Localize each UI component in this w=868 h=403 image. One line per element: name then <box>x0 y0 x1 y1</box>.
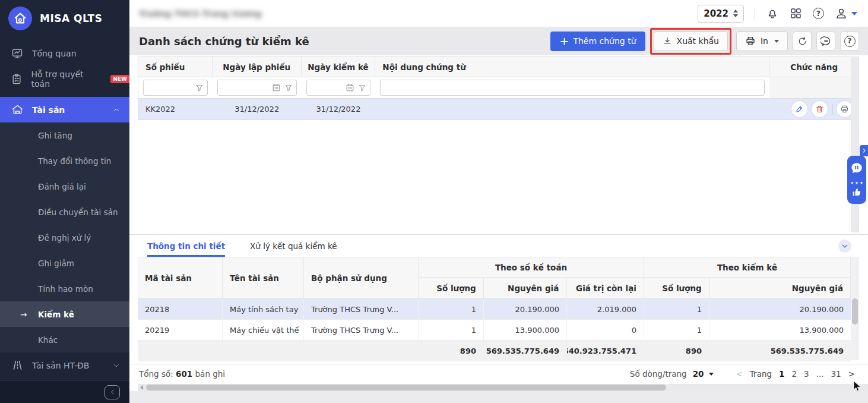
asset-row[interactable]: 20219 Máy chiếu vật thể Trường THCS Trưn… <box>138 320 851 341</box>
detail-table: Mã tài sản Tên tài sản Bộ phận sử dụng T… <box>138 257 851 361</box>
submenu-item-danh-gia-lai[interactable]: Đánh giá lại <box>0 174 129 199</box>
support-widget-panel <box>847 156 866 204</box>
rating-thumbs-up-icon[interactable] <box>850 177 863 198</box>
cell-bo-phan: Trường THCS Trưng V... <box>304 299 419 319</box>
collapse-sidebar-button[interactable] <box>104 385 120 399</box>
cell-so-luong-kt: 1 <box>419 320 484 340</box>
cell-so-luong-kk: 1 <box>644 299 709 319</box>
print-row-button[interactable] <box>837 101 853 117</box>
export-button[interactable]: Xuất khẩu <box>654 32 728 51</box>
sidebar-item-tong-quan[interactable]: Tổng quan <box>0 40 129 66</box>
sidebar-item-tai-san[interactable]: Tài sản <box>0 97 129 122</box>
submenu-item-tinh-hao-mon[interactable]: Tính hao mòn <box>0 276 129 301</box>
help-button[interactable] <box>840 32 859 51</box>
download-icon <box>663 36 672 46</box>
apps-grid-icon[interactable] <box>790 7 802 20</box>
sidebar-item-ho-tro-quyet-toan[interactable]: Hỗ trợ quyết toán NEW <box>0 66 129 92</box>
so-phieu-filter-input[interactable] <box>143 80 208 96</box>
scroll-left-arrow-icon[interactable] <box>140 385 143 390</box>
submenu-item-ghi-giam[interactable]: Ghi giảm <box>0 250 129 276</box>
delete-row-button[interactable] <box>812 101 828 117</box>
page-1[interactable]: 1 <box>779 369 784 379</box>
page-2[interactable]: 2 <box>791 369 797 379</box>
submenu-item-de-nghi-xu-ly[interactable]: Đề nghị xử lý <box>0 225 129 250</box>
road-icon <box>11 359 24 371</box>
print-button[interactable]: In <box>736 32 788 51</box>
cell-bo-phan: Trường THCS Trưng V... <box>304 320 419 340</box>
next-page-button[interactable]: > <box>848 369 855 379</box>
group-label: Theo số kế toán <box>419 257 644 278</box>
calendar-icon[interactable] <box>272 83 281 92</box>
filter-funnel-icon[interactable] <box>195 84 204 92</box>
col-ngay-lap-phieu[interactable]: Ngày lập phiếu <box>213 57 302 77</box>
expand-widget-button[interactable] <box>860 145 868 156</box>
col-so-luong-kk[interactable]: Số lượng <box>644 278 709 298</box>
noi-dung-filter-input[interactable] <box>380 80 765 96</box>
tab-thong-tin-chi-tiet[interactable]: Thông tin chi tiết <box>147 241 225 257</box>
sidebar-item-label: Tài sản <box>32 105 65 115</box>
page-3[interactable]: 3 <box>804 369 809 379</box>
printer-icon <box>745 36 756 46</box>
cell-nguyen-gia-kt: 13.900.000 <box>484 320 567 340</box>
submenu-item-thay-doi-thong-tin[interactable]: Thay đổi thông tin <box>0 148 129 174</box>
horizontal-scrollbar[interactable] <box>138 384 868 391</box>
voucher-row-selected[interactable]: KK2022 31/12/2022 31/12/2022 <box>138 99 859 120</box>
detail-scrollbar-thumb[interactable] <box>852 298 858 325</box>
col-nguyen-gia-kk[interactable]: Nguyên giá <box>709 278 850 298</box>
tab-xu-ly-ket-qua[interactable]: Xử lý kết quả kiểm kê <box>250 241 337 257</box>
col-ngay-kiem-ke[interactable]: Ngày kiểm kê <box>302 57 376 77</box>
add-voucher-label: Thêm chứng từ <box>573 36 636 46</box>
submenu-item-dieu-chuyen-tai-san[interactable]: Điều chuyển tài sản <box>0 199 129 225</box>
submenu-item-ghi-tang[interactable]: Ghi tăng <box>0 122 129 148</box>
detail-panel: Thông tin chi tiết Xử lý kết quả kiểm kê <box>129 234 868 257</box>
ngay-kiem-ke-filter-input[interactable] <box>306 80 371 96</box>
content: Số phiếu Ngày lập phiếu Ngày kiểm kê Nội… <box>129 55 868 403</box>
user-icon[interactable] <box>835 7 857 20</box>
submenu-item-kiem-ke[interactable]: → Kiểm kê <box>0 301 129 327</box>
refresh-button[interactable] <box>793 32 812 51</box>
filter-funnel-icon[interactable] <box>284 84 293 92</box>
asset-row[interactable]: 20218 Máy tính sách tay Trường THCS Trưn… <box>138 299 851 320</box>
col-noi-dung[interactable]: Nội dung chứng từ <box>375 57 769 77</box>
prev-page-button[interactable]: < <box>736 369 743 379</box>
rows-per-page-select[interactable]: 20 <box>693 369 714 379</box>
voucher-table-header: Số phiếu Ngày lập phiếu Ngày kiểm kê Nội… <box>138 57 859 77</box>
edit-row-button[interactable] <box>791 101 807 117</box>
sidebar-item-tai-san-htdb[interactable]: Tài sản HT-ĐB <box>0 352 129 378</box>
new-badge: NEW <box>110 75 129 83</box>
filter-funnel-icon[interactable] <box>358 84 366 92</box>
horizontal-scrollbar-thumb[interactable] <box>146 385 666 391</box>
sidebar-footer <box>0 380 129 403</box>
feedback-comment-button[interactable] <box>816 32 835 51</box>
chat-support-icon[interactable] <box>850 162 863 175</box>
ngay-lap-filter-input[interactable] <box>217 80 297 96</box>
col-bo-phan-su-dung[interactable]: Bộ phận sử dụng <box>304 257 419 299</box>
detail-scrollbar-track[interactable] <box>851 257 859 360</box>
col-gia-tri-con-lai[interactable]: Giá trị còn lại <box>566 278 644 298</box>
col-nguyen-gia-kt[interactable]: Nguyên giá <box>484 278 567 298</box>
col-so-luong-kt[interactable]: Số lượng <box>419 278 484 298</box>
help-icon[interactable] <box>813 8 824 19</box>
group-theo-so-ke-toan: Theo số kế toán Số lượng Nguyên giá Giá … <box>419 257 644 299</box>
page-ellipsis: ... <box>816 369 824 379</box>
submenu-label: Khác <box>38 335 58 345</box>
title-toolbar: Danh sách chứng từ kiểm kê Thêm chứng từ… <box>129 27 868 55</box>
collapse-panel-button[interactable] <box>838 240 851 253</box>
notification-bell-icon[interactable] <box>766 7 779 20</box>
col-ma-tai-san[interactable]: Mã tài sản <box>138 257 223 299</box>
calendar-icon[interactable] <box>346 83 354 92</box>
cell-so-luong-kk: 1 <box>644 320 709 340</box>
add-voucher-button[interactable]: Thêm chứng từ <box>550 32 645 51</box>
year-selector[interactable]: 2022 <box>698 5 744 23</box>
page-label: Trang <box>750 369 772 379</box>
submenu-label: Thay đổi thông tin <box>38 156 111 166</box>
col-chuc-nang: Chức năng <box>769 57 859 77</box>
year-value: 2022 <box>704 8 728 19</box>
voucher-scrollbar-track[interactable] <box>851 56 859 232</box>
submenu-item-khac[interactable]: Khác <box>0 327 129 352</box>
year-stepper-icon[interactable] <box>733 10 738 17</box>
cell-gia-tri-con-lai: 2.019.000 <box>567 299 644 319</box>
col-so-phieu[interactable]: Số phiếu <box>138 57 213 77</box>
col-ten-tai-san[interactable]: Tên tài sản <box>223 257 304 299</box>
page-31[interactable]: 31 <box>831 369 841 379</box>
